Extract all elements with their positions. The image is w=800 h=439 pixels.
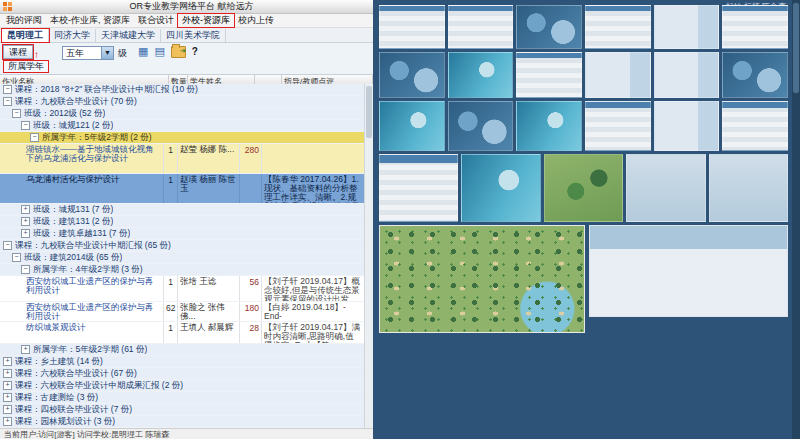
assignment-cell-score: 28 xyxy=(240,322,262,343)
assignment-row[interactable]: 乌龙浦村活化与保护设计1赵瑛 杨丽 陈世玉【陈春华 2017.04.26】1.现… xyxy=(0,174,365,204)
tree-group-row[interactable]: −课程：2018 "8+2" 联合毕业设计中期汇报 (10 份) xyxy=(0,84,365,96)
design-thumbnail[interactable] xyxy=(448,5,514,49)
expand-icon[interactable]: + xyxy=(21,217,30,226)
design-thumbnail[interactable] xyxy=(585,5,651,49)
tree-group-label: 班级：建筑2014级 (65 份) xyxy=(24,252,122,264)
viewer-scrollbar[interactable] xyxy=(792,0,800,439)
assignment-cell-name: 乌龙浦村活化与保护设计 xyxy=(0,174,164,203)
assignment-row[interactable]: 纺织城景观设计1王填人 郝晨辉28【刘子轩 2019.04.17】满时内容清晰,… xyxy=(0,322,365,344)
view-list-icon[interactable]: ▤ xyxy=(154,45,164,58)
assignment-row[interactable]: 西安纺织城工业遗产区的保护与再利用设计1张培 王谂56【刘子轩 2019.04.… xyxy=(0,276,365,302)
assignment-row[interactable]: 湖链镇水——基于地域城镇化视角下的乌龙浦活化与保护设计1赵莹 杨娜 陈...28… xyxy=(0,144,365,174)
assignment-cell-cnt: 1 xyxy=(164,144,178,173)
tree-group-row[interactable]: −所属学年：5年级2学期 (2 份) xyxy=(0,132,365,144)
tree-group-row[interactable]: +课程：六校联合毕业设计 (67 份) xyxy=(0,368,365,380)
menu-item[interactable]: 联合设计 xyxy=(134,14,178,27)
design-thumbnail[interactable] xyxy=(654,101,720,151)
tree-group-row[interactable]: +班级：建筑卓越131 (7 份) xyxy=(0,228,365,240)
design-thumbnail[interactable] xyxy=(585,101,651,151)
design-thumbnail[interactable] xyxy=(516,52,582,98)
assignment-cell-cnt: 62 xyxy=(164,302,178,321)
tree-group-row[interactable]: −课程：九校联合毕业设计中期汇报 (65 份) xyxy=(0,240,365,252)
title-bar[interactable]: OR专业教学网络平台 献给远方 xyxy=(0,0,373,14)
design-thumbnail[interactable] xyxy=(722,101,788,151)
tree-group-label: 班级：城规131 (7 份) xyxy=(33,204,113,216)
assignment-cell-cnt: 1 xyxy=(164,322,178,343)
assignment-cell-score xyxy=(240,174,262,203)
menu-item[interactable]: 本校-作业库, 资源库 xyxy=(46,14,134,27)
design-thumbnail[interactable] xyxy=(722,5,788,49)
tree-group-row[interactable]: −班级：建筑2014级 (65 份) xyxy=(0,252,365,264)
school-tab[interactable]: 同济大学 xyxy=(49,29,96,42)
design-thumbnail[interactable] xyxy=(654,5,720,49)
master-plan-preview[interactable] xyxy=(379,225,585,333)
design-board-preview[interactable] xyxy=(589,225,788,317)
menu-item[interactable]: 外校-资源库 xyxy=(178,14,234,27)
menu-item[interactable]: 我的评阅 xyxy=(2,14,46,27)
collapse-icon[interactable]: − xyxy=(3,97,12,106)
expand-icon[interactable]: + xyxy=(21,345,30,354)
tree-group-row[interactable]: +课程：六校联合毕业设计中期成果汇报 (2 份) xyxy=(0,380,365,392)
chevron-down-icon[interactable]: ▼ xyxy=(101,47,113,59)
tree-group-row[interactable]: +课程：四校联合毕业设计 (7 份) xyxy=(0,404,365,416)
tree-group-label: 班级：2012级 (52 份) xyxy=(24,108,105,120)
assignment-row[interactable]: 西安纺织城工业遗产区的保护与再利用设计62张脸之 张伟佛...180【白婷 20… xyxy=(0,302,365,322)
tree-group-row[interactable]: −班级：城规121 (2 份) xyxy=(0,120,365,132)
collapse-icon[interactable]: − xyxy=(3,85,12,94)
collapse-icon[interactable]: − xyxy=(12,109,21,118)
expand-icon[interactable]: + xyxy=(3,405,12,414)
tree-group-row[interactable]: −课程：九校联合毕业设计 (70 份) xyxy=(0,96,365,108)
desktop: OR专业教学网络平台 献给远方 我的评阅本校-作业库, 资源库联合设计外校-资源… xyxy=(0,0,800,439)
view-grid-icon[interactable]: ▦ xyxy=(138,45,148,58)
collapse-icon[interactable]: − xyxy=(21,121,30,130)
expand-icon[interactable]: + xyxy=(21,229,30,238)
design-thumbnail[interactable] xyxy=(626,154,705,222)
school-tab[interactable]: 天津城建大学 xyxy=(96,29,161,42)
expand-icon[interactable]: + xyxy=(3,357,12,366)
tree-group-row[interactable]: +课程：古建测绘 (3 份) xyxy=(0,392,365,404)
tree-group-row[interactable]: +课程：乡土建筑 (14 份) xyxy=(0,356,365,368)
design-thumbnail[interactable] xyxy=(379,5,445,49)
design-thumbnail[interactable] xyxy=(379,101,445,151)
tree-group-row[interactable]: +班级：建筑131 (2 份) xyxy=(0,216,365,228)
menu-item[interactable]: 校内上传 xyxy=(234,14,278,27)
design-thumbnail[interactable] xyxy=(585,52,651,98)
design-thumbnail[interactable] xyxy=(654,52,720,98)
expand-icon[interactable]: + xyxy=(3,417,12,426)
course-button[interactable]: 课程 xyxy=(3,45,33,59)
school-tab[interactable]: 昆明理工 xyxy=(2,29,49,42)
design-thumbnail[interactable] xyxy=(448,101,514,151)
tree-scrollbar[interactable] xyxy=(364,84,373,428)
tree-group-row[interactable]: −班级：2012级 (52 份) xyxy=(0,108,365,120)
year-select[interactable]: 五年 ▼ xyxy=(62,46,114,60)
collapse-icon[interactable]: − xyxy=(3,241,12,250)
design-thumbnail[interactable] xyxy=(516,101,582,151)
expand-icon[interactable]: + xyxy=(21,205,30,214)
tree-group-row[interactable]: +课程：园林规划设计 (3 份) xyxy=(0,416,365,428)
expand-icon[interactable]: + xyxy=(3,393,12,402)
design-thumbnail[interactable] xyxy=(722,52,788,98)
collapse-icon[interactable]: − xyxy=(12,253,21,262)
tree-group-row[interactable]: +班级：城规131 (7 份) xyxy=(0,204,365,216)
design-thumbnail[interactable] xyxy=(448,52,514,98)
design-thumbnail[interactable] xyxy=(544,154,623,222)
tree-group-row[interactable]: −所属学年：4年级2学期 (3 份) xyxy=(0,264,365,276)
export-folder-icon[interactable] xyxy=(171,46,186,58)
design-thumbnail[interactable] xyxy=(461,154,540,222)
design-thumbnail[interactable] xyxy=(709,154,788,222)
school-tab[interactable]: 四川美术学院 xyxy=(161,29,226,42)
tree-group-label: 所属学年：5年级2学期 (61 份) xyxy=(33,344,147,356)
tree-scrollbar-thumb[interactable] xyxy=(366,86,372,138)
assignment-cell-stu: 王填人 郝晨辉 xyxy=(178,322,240,343)
expand-icon[interactable]: + xyxy=(3,381,12,390)
collapse-icon[interactable]: − xyxy=(30,133,39,142)
design-thumbnail[interactable] xyxy=(516,5,582,49)
collapse-icon[interactable]: − xyxy=(21,265,30,274)
tree-group-label: 课程：古建测绘 (3 份) xyxy=(15,392,98,404)
design-thumbnail[interactable] xyxy=(379,52,445,98)
tree-group-row[interactable]: +所属学年：5年级2学期 (61 份) xyxy=(0,344,365,356)
viewer-scrollbar-thumb[interactable] xyxy=(793,3,799,93)
help-icon[interactable]: ? xyxy=(192,46,198,57)
design-thumbnail[interactable] xyxy=(379,154,458,222)
expand-icon[interactable]: + xyxy=(3,369,12,378)
